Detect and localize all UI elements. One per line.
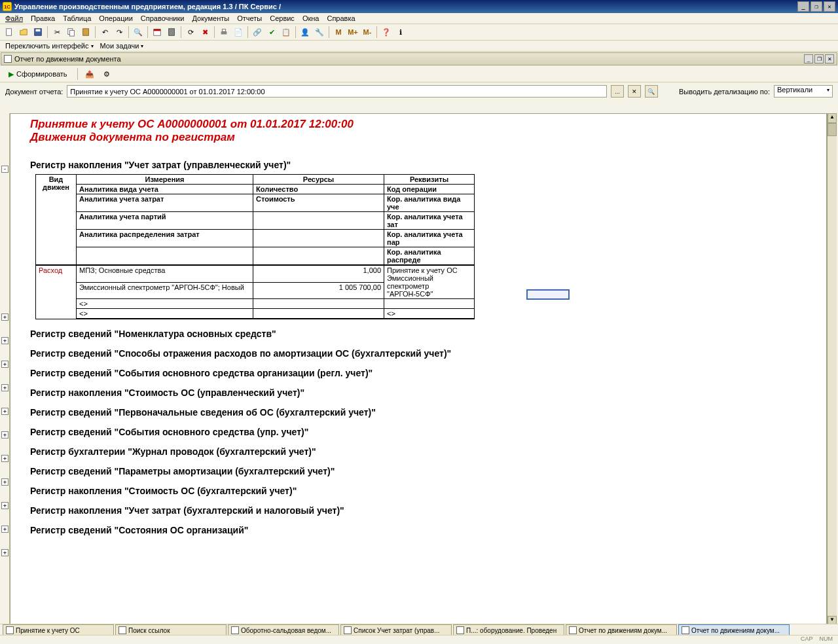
svg-rect-0 — [7, 29, 12, 36]
restore-button[interactable]: ❐ — [811, 1, 822, 12]
main-toolbar: ✂ ↶ ↷ 🔍 ⟳ ✖ 📄 🔗 ✔ 📋 👤 🔧 M M+ M- ❓ ℹ — [0, 24, 838, 41]
doc-restore-button[interactable]: ❐ — [814, 54, 824, 63]
menu-help[interactable]: Справка — [327, 14, 355, 22]
calc-icon[interactable] — [165, 26, 178, 39]
menu-edit[interactable]: Правка — [31, 14, 55, 22]
close-button[interactable]: ✕ — [824, 1, 835, 12]
paste-icon[interactable] — [79, 26, 92, 39]
secondary-toolbar: Переключить интерфейс Мои задачи — [0, 41, 838, 52]
generate-button[interactable]: ▶Сформировать — [4, 68, 72, 80]
help-icon[interactable]: ❓ — [380, 26, 393, 39]
preview-icon[interactable]: 📄 — [232, 26, 245, 39]
print-icon[interactable] — [217, 26, 230, 39]
calendar-icon[interactable] — [151, 26, 164, 39]
parameter-row: Документ отчета: ... ✕ 🔍 Выводить детали… — [0, 82, 838, 100]
play-icon: ▶ — [9, 70, 14, 79]
app-icon: 1C — [3, 2, 12, 11]
app-title: Управление производственным предприятием… — [14, 3, 281, 10]
menu-table[interactable]: Таблица — [63, 14, 91, 22]
menu-reports[interactable]: Отчеты — [237, 14, 262, 22]
check-icon[interactable]: ✔ — [265, 26, 278, 39]
m-plus-button[interactable]: M+ — [346, 26, 359, 39]
menubar: Файл Правка Таблица Операции Справочники… — [0, 13, 838, 24]
m-button[interactable]: M — [332, 26, 345, 39]
open-icon[interactable] — [17, 26, 30, 39]
copy-icon[interactable] — [65, 26, 78, 39]
svg-rect-5 — [83, 29, 89, 36]
svg-rect-8 — [169, 29, 175, 36]
cut-icon[interactable]: ✂ — [50, 26, 64, 39]
menu-documents[interactable]: Документы — [192, 14, 229, 22]
stop-icon[interactable]: ✖ — [198, 26, 211, 39]
m-minus-button[interactable]: M- — [361, 26, 374, 39]
menu-file[interactable]: Файл — [5, 14, 23, 22]
svg-rect-7 — [154, 29, 161, 31]
document-window-title: Отчет по движениям документа — [14, 55, 121, 63]
redo-icon[interactable]: ↷ — [113, 26, 126, 39]
detail-select[interactable]: Вертикали — [774, 85, 833, 98]
switch-interface-dropdown[interactable]: Переключить интерфейс — [5, 42, 94, 50]
export-icon[interactable]: 📤 — [83, 67, 96, 80]
menu-service[interactable]: Сервис — [270, 14, 295, 22]
detail-label: Выводить детализацию по: — [679, 88, 770, 96]
save-icon[interactable] — [31, 26, 45, 39]
document-icon — [4, 55, 12, 63]
tool-icon[interactable]: 🔧 — [313, 26, 326, 39]
my-tasks-dropdown[interactable]: Мои задачи — [100, 42, 144, 50]
document-toolbar: ▶Сформировать 📤 ⚙ — [0, 66, 838, 82]
svg-rect-4 — [69, 30, 74, 36]
document-label: Документ отчета: — [5, 88, 63, 96]
document-window-titlebar: Отчет по движениям документа _ ❐ ✕ — [1, 52, 837, 65]
select-button[interactable]: ... — [611, 85, 624, 98]
settings-icon[interactable]: ⚙ — [100, 67, 113, 80]
link-icon[interactable]: 🔗 — [251, 26, 264, 39]
titlebar: 1C Управление производственным предприят… — [0, 0, 838, 13]
find-icon[interactable]: 🔍 — [132, 26, 145, 39]
post-icon[interactable]: 📋 — [280, 26, 293, 39]
refresh-icon[interactable]: ⟳ — [184, 26, 197, 39]
menu-windows[interactable]: Окна — [302, 14, 319, 22]
document-input[interactable] — [67, 85, 607, 98]
minimize-button[interactable]: _ — [797, 1, 809, 12]
user-icon[interactable]: 👤 — [299, 26, 312, 39]
svg-rect-2 — [36, 29, 41, 32]
menu-operations[interactable]: Операции — [99, 14, 132, 22]
doc-close-button[interactable]: ✕ — [825, 54, 834, 63]
undo-icon[interactable]: ↶ — [98, 26, 111, 39]
clear-button[interactable]: ✕ — [628, 85, 641, 98]
svg-rect-10 — [222, 29, 225, 32]
doc-minimize-button[interactable]: _ — [804, 54, 813, 63]
about-icon[interactable]: ℹ — [394, 26, 407, 39]
new-icon[interactable] — [3, 26, 16, 39]
menu-catalogs[interactable]: Справочники — [141, 14, 185, 22]
svg-rect-9 — [221, 31, 227, 34]
open-doc-button[interactable]: 🔍 — [645, 85, 658, 98]
